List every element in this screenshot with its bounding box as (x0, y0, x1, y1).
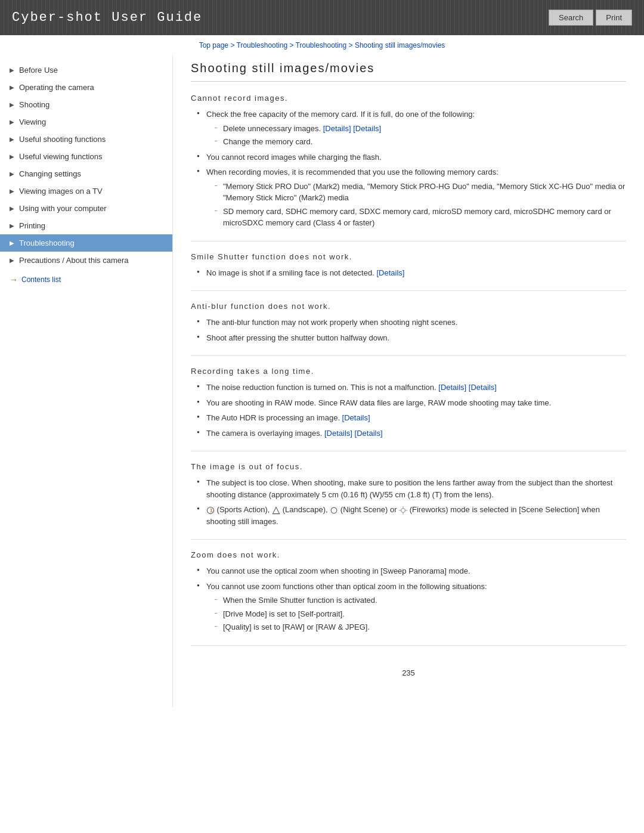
bullet-list: The anti-blur function may not work prop… (191, 317, 626, 343)
sub-list-item: Change the memory card. (215, 136, 626, 148)
details-link[interactable]: [Details] (324, 429, 352, 438)
section-title: Smile Shutter function does not work. (191, 252, 626, 261)
sub-list-item: [Quality] is set to [RAW] or [RAW & JPEG… (215, 621, 626, 633)
sidebar-item-using-computer[interactable]: ▶ Using with your computer (0, 200, 172, 217)
details-link[interactable]: [Details] (342, 413, 370, 422)
sidebar-label: Printing (19, 221, 45, 230)
page-title: Shooting still images/movies (191, 61, 626, 82)
header-buttons: Search Print (549, 10, 632, 26)
bullet-list: You cannot use the optical zoom when sho… (191, 565, 626, 633)
bullet-list: The subject is too close. When shooting,… (191, 477, 626, 527)
print-button[interactable]: Print (596, 10, 632, 26)
section-title: Zoom does not work. (191, 550, 626, 559)
details-link[interactable]: [Details] (469, 383, 497, 392)
arrow-icon: ▶ (10, 205, 14, 212)
bullet-list: The noise reduction function is turned o… (191, 382, 626, 439)
section-cannot-record: Cannot record images. Check the free cap… (191, 94, 626, 241)
sidebar-label: Useful shooting functions (19, 135, 106, 144)
sub-list: Delete unnecessary images. [Details] [De… (206, 123, 626, 148)
arrow-icon: ▶ (10, 222, 14, 229)
list-item: The anti-blur function may not work prop… (197, 317, 626, 329)
list-item: The Auto HDR is processing an image. [De… (197, 412, 626, 424)
section-smile-shutter: Smile Shutter function does not work. No… (191, 252, 626, 292)
sidebar-label: Before Use (19, 66, 58, 75)
sub-list-item: When the Smile Shutter function is activ… (215, 594, 626, 606)
sub-list-item: SD memory card, SDHC memory card, SDXC m… (215, 206, 626, 229)
svg-point-4 (401, 508, 405, 512)
list-item: 🏃 (Sports Action), (Landscape), (Night S… (197, 504, 626, 527)
sidebar-item-before-use[interactable]: ▶ Before Use (0, 61, 172, 79)
section-title: Cannot record images. (191, 94, 626, 103)
list-item: No image is shot if a smiling face is no… (197, 267, 626, 279)
sidebar: ▶ Before Use ▶ Operating the camera ▶ Sh… (0, 55, 173, 707)
sidebar-label: Using with your computer (19, 204, 107, 213)
app-title: Cyber-shot User Guide (12, 10, 202, 25)
bullet-list: No image is shot if a smiling face is no… (191, 267, 626, 279)
section-out-of-focus: The image is out of focus. The subject i… (191, 462, 626, 540)
section-title: Anti-blur function does not work. (191, 302, 626, 311)
bullet-list: Check the free capacity of the memory ca… (191, 109, 626, 229)
contents-arrow-icon: → (10, 275, 18, 284)
sidebar-item-viewing-tv[interactable]: ▶ Viewing images on a TV (0, 182, 172, 200)
sidebar-label: Shooting (19, 100, 49, 109)
list-item: You cannot use the optical zoom when sho… (197, 565, 626, 577)
sub-list-item: [Drive Mode] is set to [Self-portrait]. (215, 608, 626, 620)
section-recording-long: Recording takes a long time. The noise r… (191, 367, 626, 451)
arrow-icon: ▶ (10, 171, 14, 177)
list-item: You cannot record images while charging … (197, 151, 626, 163)
sidebar-item-useful-viewing[interactable]: ▶ Useful viewing functions (0, 148, 172, 165)
main-content: Shooting still images/movies Cannot reco… (173, 55, 644, 707)
breadcrumb-top[interactable]: Top page (199, 41, 228, 49)
list-item: You cannot use zoom functions other than… (197, 581, 626, 633)
details-link[interactable]: [Details] (323, 124, 351, 133)
sub-list-item: "Memory Stick PRO Duo" (Mark2) media, "M… (215, 181, 626, 204)
section-anti-blur: Anti-blur function does not work. The an… (191, 302, 626, 356)
header: Cyber-shot User Guide Search Print (0, 0, 644, 35)
breadcrumb-current[interactable]: Shooting still images/movies (355, 41, 445, 49)
list-item: When recording movies, it is recommended… (197, 166, 626, 229)
list-item: Shoot after pressing the shutter button … (197, 332, 626, 344)
svg-marker-2 (273, 507, 279, 513)
svg-point-3 (331, 507, 337, 513)
page-layout: ▶ Before Use ▶ Operating the camera ▶ Sh… (0, 55, 644, 707)
arrow-icon: ▶ (10, 153, 14, 160)
arrow-icon: ▶ (10, 67, 14, 73)
sidebar-item-shooting[interactable]: ▶ Shooting (0, 96, 172, 113)
sidebar-item-changing-settings[interactable]: ▶ Changing settings (0, 165, 172, 182)
arrow-icon: ▶ (10, 119, 14, 125)
arrow-icon: ▶ (10, 240, 14, 246)
svg-text:🏃: 🏃 (209, 507, 214, 513)
arrow-icon: ▶ (10, 257, 14, 264)
search-button[interactable]: Search (549, 10, 593, 26)
sidebar-item-troubleshooting[interactable]: ▶ Troubleshooting (0, 234, 172, 252)
sidebar-label: Viewing images on a TV (19, 187, 103, 196)
breadcrumb-troubleshooting1[interactable]: Troubleshooting (237, 41, 288, 49)
list-item: Check the free capacity of the memory ca… (197, 109, 626, 148)
details-link[interactable]: [Details] (355, 429, 383, 438)
breadcrumb-troubleshooting2[interactable]: Troubleshooting (296, 41, 347, 49)
details-link[interactable]: [Details] (376, 268, 404, 277)
section-zoom-not-work: Zoom does not work. You cannot use the o… (191, 550, 626, 646)
details-link[interactable]: [Details] (438, 383, 466, 392)
sidebar-item-useful-shooting[interactable]: ▶ Useful shooting functions (0, 131, 172, 148)
list-item: The camera is overlaying images. [Detail… (197, 428, 626, 439)
sidebar-item-viewing[interactable]: ▶ Viewing (0, 113, 172, 131)
sub-list: "Memory Stick PRO Duo" (Mark2) media, "M… (206, 181, 626, 229)
sidebar-label: Operating the camera (19, 83, 94, 92)
sidebar-item-precautions[interactable]: ▶ Precautions / About this camera (0, 252, 172, 269)
sidebar-item-operating-camera[interactable]: ▶ Operating the camera (0, 79, 172, 96)
page-number: 235 (191, 657, 626, 689)
sidebar-item-printing[interactable]: ▶ Printing (0, 217, 172, 234)
sub-list: When the Smile Shutter function is activ… (206, 594, 626, 633)
sidebar-label: Troubleshooting (19, 239, 75, 247)
sidebar-label: Precautions / About this camera (19, 256, 129, 265)
sidebar-label: Viewing (19, 117, 46, 126)
sidebar-label: Useful viewing functions (19, 152, 102, 161)
list-item: You are shooting in RAW mode. Since RAW … (197, 397, 626, 409)
contents-list-label: Contents list (21, 275, 61, 284)
sidebar-label: Changing settings (19, 169, 81, 178)
arrow-icon: ▶ (10, 136, 14, 143)
details-link[interactable]: [Details] (353, 124, 381, 133)
list-item: The subject is too close. When shooting,… (197, 477, 626, 500)
contents-list-link[interactable]: → Contents list (0, 269, 172, 290)
